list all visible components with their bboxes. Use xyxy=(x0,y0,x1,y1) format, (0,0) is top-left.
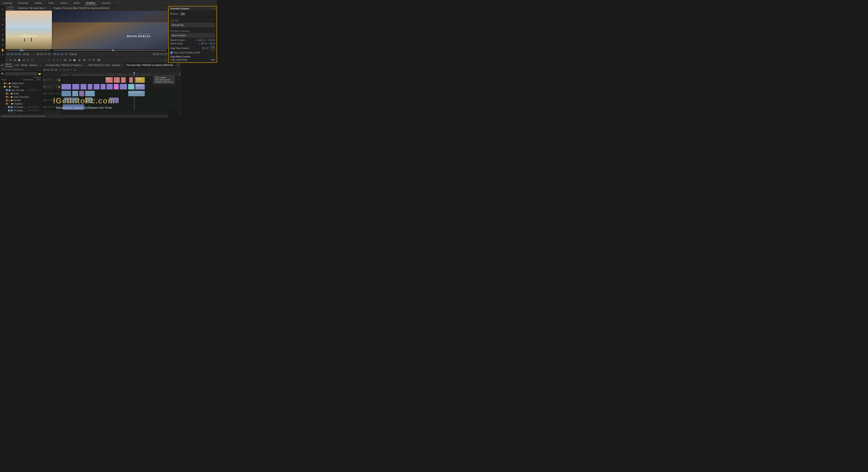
timeline-current-time[interactable]: 00:01:32:20 xyxy=(43,69,57,71)
clip[interactable] xyxy=(121,77,126,83)
clip[interactable] xyxy=(61,91,71,96)
source-timecode[interactable]: 00:00:35:00 xyxy=(7,53,21,55)
eye-icon[interactable]: 👁 xyxy=(56,79,58,81)
program-add-marker[interactable]: ◇ xyxy=(52,58,56,62)
clip[interactable] xyxy=(128,84,134,89)
playhead[interactable] xyxy=(134,72,134,76)
project-tab-project[interactable]: Project: TSB_Trailer_project xyxy=(1,64,3,66)
project-panel-more[interactable]: » xyxy=(40,64,41,66)
eg-firstname-input[interactable] xyxy=(170,33,215,38)
tl-razor[interactable]: ✂ xyxy=(70,68,73,71)
eg-edge-falloff-value[interactable]: 600 xyxy=(209,59,215,61)
mute-icon[interactable]: M xyxy=(57,106,59,108)
program-step-forward[interactable]: ► xyxy=(78,58,82,62)
clip[interactable] xyxy=(85,97,92,103)
track-row-broll[interactable]: C006_C0... TSB_Credits Start: 00:01:30:1… xyxy=(61,83,181,90)
clip[interactable] xyxy=(109,97,119,103)
source-mini-timeline[interactable] xyxy=(5,49,52,51)
clip[interactable] xyxy=(106,84,113,89)
source-more-icon[interactable]: ≡ xyxy=(50,7,51,9)
clip[interactable] xyxy=(64,97,78,103)
timeline-tab-2[interactable]: TSB TRAILER for Color - Meadow ✕ xyxy=(86,63,125,68)
eg-edge-wipe-rotation-value[interactable]: 232.6° xyxy=(202,47,209,50)
menu-more-icon[interactable]: » xyxy=(116,1,120,5)
list-item[interactable]: ▶ aaa_The Seam Btwn TRAILER MASTER 23.97… xyxy=(0,88,42,92)
clip[interactable] xyxy=(101,84,105,89)
selection-tool[interactable]: ↖ xyxy=(1,7,5,11)
project-tab-effects[interactable]: Effects xyxy=(21,64,27,66)
close-icon[interactable]: ✕ xyxy=(83,64,84,66)
menu-graphics[interactable]: Graphics xyxy=(85,1,97,5)
program-loop[interactable]: ↺ xyxy=(88,58,91,62)
program-play[interactable]: ▶ xyxy=(73,58,77,62)
slip-tool[interactable]: ☰ xyxy=(1,38,5,42)
list-item[interactable]: Adobe Stock xyxy=(0,82,42,85)
menu-learning[interactable]: Learning xyxy=(2,1,13,5)
clip[interactable] xyxy=(129,77,133,83)
program-export-frame[interactable]: 📷 xyxy=(96,58,101,62)
timeline-tabs-more[interactable]: ≡ xyxy=(177,64,179,66)
program-add-button[interactable]: + xyxy=(165,58,168,62)
clip[interactable] xyxy=(94,84,100,89)
menu-color[interactable]: Color xyxy=(47,1,55,5)
rolling-edit-tool[interactable]: ⊢ xyxy=(1,23,5,27)
clip[interactable] xyxy=(85,91,95,96)
clip[interactable]: A001_C004_0215NH... xyxy=(128,91,145,96)
program-prev-edit[interactable]: ◂◂ xyxy=(63,58,67,62)
eg-tab-edit[interactable]: Edit xyxy=(181,12,185,16)
tl-link[interactable]: ⊕ xyxy=(66,68,69,71)
menu-audio[interactable]: Audio xyxy=(72,1,81,5)
clip[interactable]: Title xyxy=(105,77,113,83)
close-icon[interactable]: ✕ xyxy=(121,64,123,66)
program-mini-timeline[interactable] xyxy=(52,49,168,51)
clip[interactable] xyxy=(79,91,84,96)
program-mark-in[interactable]: { xyxy=(56,58,59,62)
program-timecode[interactable]: 00:01:32:20 xyxy=(53,53,67,55)
eg-master-position-y[interactable]: 818.0 xyxy=(209,39,215,41)
timeline-right-scrollbar[interactable] xyxy=(179,72,181,116)
clip[interactable] xyxy=(114,84,119,89)
clip-selected clip[interactable]: 01_Title... xyxy=(135,77,145,83)
hand-tool[interactable]: ✋ xyxy=(1,48,5,52)
list-item[interactable]: ▶ The Seam Btwn TRAILER w/ Graphics CHAN… xyxy=(0,109,42,112)
list-item[interactable]: Audio xyxy=(0,92,42,95)
mute-icon[interactable]: M xyxy=(57,92,59,95)
list-item[interactable]: For Mix xyxy=(0,98,42,102)
tl-snap[interactable]: ⊡ xyxy=(63,68,66,71)
clip[interactable] xyxy=(63,104,84,110)
source-zoom-select[interactable]: Fit xyxy=(22,53,29,56)
program-step-back[interactable]: ◄ xyxy=(68,58,72,62)
list-item[interactable]: **SEQs xyxy=(0,85,42,88)
project-tab-info[interactable]: Info xyxy=(16,64,19,66)
tl-autoselect[interactable]: ⊗ xyxy=(73,68,76,71)
source-mark-in[interactable]: { xyxy=(5,58,8,62)
mute-icon[interactable]: M xyxy=(57,99,59,101)
eg-master-scale-x[interactable]: 80.0 xyxy=(201,42,207,45)
solo-icon[interactable]: S xyxy=(59,106,60,108)
track-row-a2[interactable] xyxy=(61,97,181,104)
source-mark-out[interactable]: } xyxy=(31,58,33,62)
eg-wipe-falloff-checkbox[interactable] xyxy=(170,52,173,54)
program-next-edit[interactable]: ▸▸ xyxy=(83,58,87,62)
source-next-keyframe[interactable]: ▸ xyxy=(27,58,30,62)
clip[interactable] xyxy=(81,84,87,89)
eg-tab-browse[interactable]: Browse xyxy=(170,12,178,16)
razor-tool[interactable]: ✂ xyxy=(1,33,5,37)
program-zoom-select[interactable]: Full xyxy=(69,53,77,56)
solo-icon[interactable]: S xyxy=(59,99,60,101)
solo-icon[interactable]: S xyxy=(59,92,60,95)
eg-panel-menu[interactable]: ≡ xyxy=(214,7,215,10)
program-mark-out[interactable]: } xyxy=(60,58,62,62)
close-icon[interactable]: ✕ xyxy=(174,64,175,66)
timeline-tab-3[interactable]: The Seam Btwn TRAILER w/ Graphics WEDS B… xyxy=(125,63,177,68)
track-row-a1[interactable]: A001_C004_0215NH... xyxy=(61,90,181,97)
eye-icon[interactable]: 👁 xyxy=(56,86,58,88)
project-tab-media-browser[interactable]: Media Browser xyxy=(5,63,13,68)
source-tab-2[interactable]: Reference: The Seam Btwn TRAILER w/ Grap… xyxy=(18,7,49,9)
clip[interactable] xyxy=(120,84,127,89)
project-new-bin-icon[interactable]: 📁 xyxy=(38,73,41,75)
program-safe-margin[interactable]: ⊡ xyxy=(92,58,96,62)
track-row-a3[interactable] xyxy=(61,104,181,111)
menu-assembly[interactable]: Assembly xyxy=(17,1,30,5)
eg-rotation-dial[interactable] xyxy=(210,46,215,51)
